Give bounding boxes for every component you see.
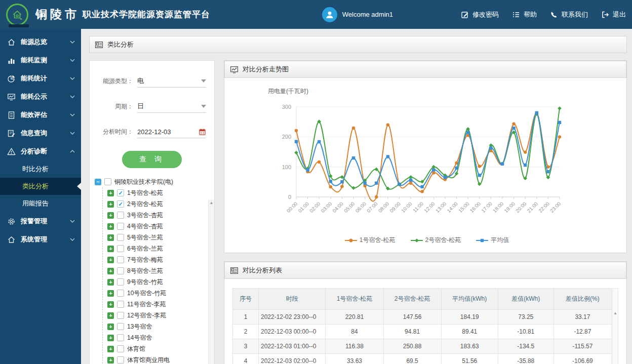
expand-icon[interactable]: + xyxy=(107,268,114,274)
energy-type-select[interactable]: 电 xyxy=(137,75,206,88)
header-actions: 修改密码帮助联系我们退出 xyxy=(461,10,626,19)
expand-icon[interactable]: + xyxy=(107,201,114,208)
brand-city: 铜陵市 xyxy=(35,7,80,22)
table-header-row: 序号时段1号宿舍-松苑2号宿舍-松苑平均值(kWh)差值(kWh)差值比例(%) xyxy=(233,289,612,310)
tree-item-label[interactable]: 10号宿舍-竹苑 xyxy=(127,289,166,298)
header-action-logout[interactable]: 退出 xyxy=(601,10,626,19)
legend-item[interactable]: 1号宿舍-松苑 xyxy=(345,236,396,245)
sidebar-item-8[interactable]: 系统管理 xyxy=(0,230,81,249)
tree-item-label[interactable]: 体育馆商业用电 xyxy=(127,356,170,364)
expand-icon[interactable]: + xyxy=(107,312,114,319)
expand-icon[interactable]: + xyxy=(107,257,114,263)
tree-item-label[interactable]: 2号宿舍-松苑 xyxy=(127,200,163,209)
header-action-edit[interactable]: 修改密码 xyxy=(461,10,499,19)
expand-icon[interactable]: + xyxy=(107,234,114,241)
expand-icon[interactable]: + xyxy=(107,346,114,352)
sidebar-subitem-6-2[interactable]: 用能报告 xyxy=(0,195,81,212)
tree-item-label[interactable]: 7号宿舍-梅苑 xyxy=(127,256,163,264)
table-cell: -35.88 xyxy=(498,354,554,364)
expand-icon[interactable]: + xyxy=(107,279,114,286)
checkbox[interactable] xyxy=(117,290,124,297)
svg-text:22:00: 22:00 xyxy=(537,200,550,214)
tree-scrollbar[interactable]: ▲ xyxy=(208,199,214,364)
expand-icon[interactable]: + xyxy=(107,301,114,308)
sidebar-item-4[interactable]: 能效评估 xyxy=(0,106,81,124)
tree-item-label[interactable]: 5号宿舍-兰苑 xyxy=(127,233,163,242)
tree-item-label[interactable]: 体育馆 xyxy=(127,345,145,353)
sidebar-item-5[interactable]: 信息查询 xyxy=(0,124,81,142)
expand-icon[interactable]: + xyxy=(107,246,114,252)
trend-chart-title-bar: 对比分析走势图 xyxy=(224,61,626,78)
filter-panel: 能源类型： 电 周期： 日 分析时间： 2022-12-03 xyxy=(89,60,215,364)
sidebar-item-6[interactable]: 分析诊断 xyxy=(0,142,81,160)
sidebar-item-1[interactable]: 能耗监测 xyxy=(0,51,81,69)
legend-item[interactable]: 平均值 xyxy=(476,236,509,245)
expand-icon[interactable]: + xyxy=(107,357,114,363)
bar-chart-icon xyxy=(7,56,16,65)
chevron-down-icon xyxy=(70,238,75,241)
sidebar-item-7[interactable]: 报警管理 xyxy=(0,212,81,230)
checkbox[interactable] xyxy=(117,301,124,308)
tree-item-label[interactable]: 12号宿舍-李苑 xyxy=(127,311,166,320)
expand-icon[interactable]: + xyxy=(107,335,114,341)
sidebar-subitem-6-1[interactable]: 类比分析 xyxy=(0,178,81,195)
table-cell: 73.25 xyxy=(498,310,554,325)
sidebar-item-label: 能耗统计 xyxy=(21,74,47,83)
scroll-up-icon[interactable]: ▲ xyxy=(613,289,618,315)
table-scrollbar[interactable]: ▲ xyxy=(612,288,618,364)
calendar-icon[interactable] xyxy=(199,128,206,136)
tree-item-label[interactable]: 13号宿舍 xyxy=(127,322,152,331)
expand-icon[interactable]: + xyxy=(107,290,114,297)
period-select[interactable]: 日 xyxy=(137,100,206,113)
table-cell: -134.5 xyxy=(498,339,554,354)
header-action-help-list[interactable]: 帮助 xyxy=(512,10,537,19)
table-row: 22022-12-03 00:00--08494.8189.41-10.81-1… xyxy=(233,325,612,339)
checkbox[interactable] xyxy=(117,278,124,286)
checkbox[interactable] xyxy=(117,234,124,241)
period-label: 周期： xyxy=(95,102,133,111)
checkbox[interactable]: ✓ xyxy=(117,189,124,196)
sidebar-subitem-6-0[interactable]: 时比分析 xyxy=(0,160,81,178)
expand-icon[interactable]: + xyxy=(107,190,114,196)
collapse-icon[interactable]: − xyxy=(95,179,101,185)
tree-item-label[interactable]: 9号宿舍-竹苑 xyxy=(127,278,163,287)
tree-item-label[interactable]: 6号宿舍-兰苑 xyxy=(127,245,163,253)
tree-item-label[interactable]: 1号宿舍-松苑 xyxy=(127,189,163,197)
table-cell: 84 xyxy=(326,325,383,339)
analysis-date-input[interactable]: 2022-12-03 xyxy=(137,126,206,138)
legend-item[interactable]: 2号宿舍-松苑 xyxy=(411,236,461,245)
sidebar-item-0[interactable]: 能源总览 xyxy=(0,33,81,51)
checkbox[interactable] xyxy=(117,323,124,330)
svg-text:07:00: 07:00 xyxy=(366,200,379,214)
tree-item-label[interactable]: 8号宿舍-兰苑 xyxy=(127,267,163,275)
query-button[interactable]: 查 询 xyxy=(122,151,182,168)
checkbox[interactable] xyxy=(117,245,124,252)
scroll-up-icon[interactable]: ▲ xyxy=(209,199,214,205)
checkbox[interactable] xyxy=(117,334,124,341)
tree-item-label[interactable]: 11号宿舍-李苑 xyxy=(127,300,166,309)
legend-label: 平均值 xyxy=(491,236,509,245)
checkbox[interactable] xyxy=(117,345,124,352)
sidebar-item-2[interactable]: 能耗统计 xyxy=(0,69,81,88)
sidebar-item-3[interactable]: 能耗公示 xyxy=(0,88,81,106)
expand-icon[interactable]: + xyxy=(107,323,114,330)
svg-text:03:00: 03:00 xyxy=(320,200,333,214)
checkbox[interactable]: ✓ xyxy=(117,200,124,208)
tree-item-label[interactable]: 3号宿舍-杏苑 xyxy=(127,211,163,220)
checkbox[interactable] xyxy=(117,356,124,363)
tree-item-label[interactable]: 14号宿舍 xyxy=(127,334,152,342)
checkbox[interactable] xyxy=(104,178,111,185)
checkbox[interactable] xyxy=(117,223,124,230)
tree-item-label[interactable]: 4号宿舍-杏苑 xyxy=(127,222,163,231)
svg-text:00:00: 00:00 xyxy=(286,200,299,214)
user-avatar[interactable] xyxy=(322,7,337,22)
checkbox[interactable] xyxy=(117,256,124,263)
checkbox[interactable] xyxy=(117,212,124,219)
header-action-phone[interactable]: 联系我们 xyxy=(550,10,588,19)
checkbox[interactable] xyxy=(117,267,124,274)
tree-item-label[interactable]: 铜陵职业技术学院(电) xyxy=(114,178,173,186)
expand-icon[interactable]: + xyxy=(107,223,114,230)
checkbox[interactable] xyxy=(117,312,124,319)
svg-text:300: 300 xyxy=(282,104,291,110)
expand-icon[interactable]: + xyxy=(107,212,114,219)
